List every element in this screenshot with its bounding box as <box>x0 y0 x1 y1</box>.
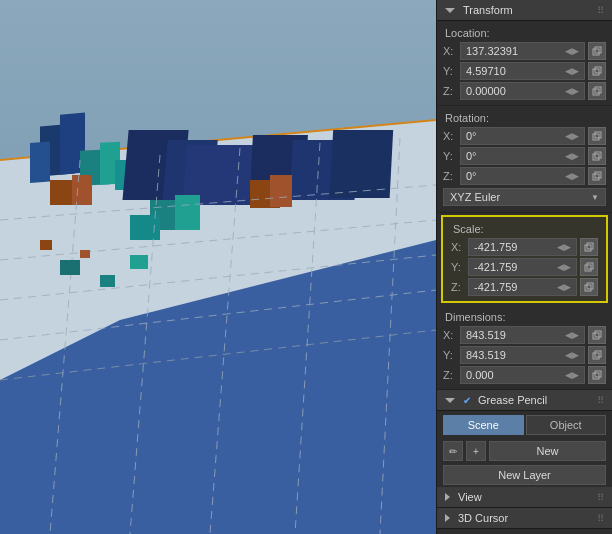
view-grip-icon: ⠿ <box>597 492 604 503</box>
svg-rect-34 <box>100 275 115 287</box>
svg-rect-52 <box>585 265 591 271</box>
location-x-row: X: 137.32391 ◀▶ <box>437 41 612 61</box>
svg-rect-53 <box>587 263 593 269</box>
gp-tabs: Scene Object <box>437 411 612 439</box>
dim-x-axis: X: <box>443 329 457 341</box>
rotation-z-field[interactable]: 0° ◀▶ <box>460 167 585 185</box>
location-x-copy[interactable] <box>588 42 606 60</box>
scale-z-field[interactable]: -421.759 ◀▶ <box>468 278 577 296</box>
gp-checkbox-icon: ✔ <box>463 395 471 406</box>
rotation-label: Rotation: <box>437 110 612 126</box>
field-arrows: ◀▶ <box>565 330 579 340</box>
euler-chevron-icon: ▼ <box>591 193 599 202</box>
location-z-row: Z: 0.00000 ◀▶ <box>437 81 612 101</box>
gp-add-icon[interactable]: + <box>466 441 486 461</box>
location-section: Location: X: 137.32391 ◀▶ Y: 4.59710 ◀▶ … <box>437 21 612 106</box>
field-arrows: ◀▶ <box>557 242 571 252</box>
svg-rect-37 <box>80 250 90 258</box>
scale-y-row: Y: -421.759 ◀▶ <box>445 257 604 277</box>
scale-x-field[interactable]: -421.759 ◀▶ <box>468 238 577 256</box>
dim-z-copy[interactable] <box>588 366 606 384</box>
location-label: Location: <box>437 25 612 41</box>
cursor-title: 3D Cursor <box>458 512 508 524</box>
location-y-copy[interactable] <box>588 62 606 80</box>
rotation-z-copy[interactable] <box>588 167 606 185</box>
dim-x-copy[interactable] <box>588 326 606 344</box>
location-x-field[interactable]: 137.32391 ◀▶ <box>460 42 585 60</box>
svg-rect-38 <box>593 49 599 55</box>
scale-x-copy[interactable] <box>580 238 598 256</box>
rotation-y-copy[interactable] <box>588 147 606 165</box>
field-arrows: ◀▶ <box>565 46 579 56</box>
euler-dropdown[interactable]: XYZ Euler ▼ <box>443 188 606 206</box>
svg-rect-33 <box>60 260 80 275</box>
rotation-x-axis: X: <box>443 130 457 142</box>
svg-rect-11 <box>72 175 92 205</box>
scale-y-axis: Y: <box>451 261 465 273</box>
scale-y-field[interactable]: -421.759 ◀▶ <box>468 258 577 276</box>
dimensions-y-field[interactable]: 843.519 ◀▶ <box>460 346 585 364</box>
svg-rect-54 <box>585 285 591 291</box>
svg-rect-55 <box>587 283 593 289</box>
location-y-row: Y: 4.59710 ◀▶ <box>437 61 612 81</box>
dim-y-copy[interactable] <box>588 346 606 364</box>
rotation-x-copy[interactable] <box>588 127 606 145</box>
rotation-x-row: X: 0° ◀▶ <box>437 126 612 146</box>
location-y-field[interactable]: 4.59710 ◀▶ <box>460 62 585 80</box>
svg-rect-49 <box>595 172 601 178</box>
transform-section-header[interactable]: Transform ⠿ <box>437 0 612 21</box>
svg-rect-40 <box>593 69 599 75</box>
rotation-x-field[interactable]: 0° ◀▶ <box>460 127 585 145</box>
field-arrows: ◀▶ <box>557 262 571 272</box>
svg-rect-51 <box>587 243 593 249</box>
field-arrows: ◀▶ <box>565 131 579 141</box>
field-arrows: ◀▶ <box>557 282 571 292</box>
svg-rect-19 <box>175 195 200 230</box>
svg-rect-56 <box>593 333 599 339</box>
grease-pencil-section-header[interactable]: ✔ Grease Pencil ⠿ <box>437 390 612 411</box>
euler-dropdown-row: XYZ Euler ▼ <box>437 186 612 208</box>
gp-pencil-icon[interactable]: ✏ <box>443 441 463 461</box>
svg-rect-17 <box>330 130 394 198</box>
svg-rect-57 <box>595 331 601 337</box>
cursor-section-header[interactable]: 3D Cursor ⠿ <box>437 508 612 529</box>
rotation-z-row: Z: 0° ◀▶ <box>437 166 612 186</box>
scale-x-row: X: -421.759 ◀▶ <box>445 237 604 257</box>
gp-grip-icon: ⠿ <box>597 395 604 406</box>
dimensions-x-row: X: 843.519 ◀▶ <box>437 325 612 345</box>
svg-rect-50 <box>585 245 591 251</box>
dimensions-x-field[interactable]: 843.519 ◀▶ <box>460 326 585 344</box>
svg-rect-41 <box>595 67 601 73</box>
field-arrows: ◀▶ <box>565 151 579 161</box>
svg-rect-20 <box>130 215 160 240</box>
field-arrows: ◀▶ <box>565 86 579 96</box>
scale-z-copy[interactable] <box>580 278 598 296</box>
gp-new-button[interactable]: New <box>489 441 606 461</box>
grease-pencil-title: Grease Pencil <box>478 394 547 406</box>
scale-y-copy[interactable] <box>580 258 598 276</box>
gp-scene-tab[interactable]: Scene <box>443 415 524 435</box>
gp-object-tab[interactable]: Object <box>526 415 607 435</box>
field-arrows: ◀▶ <box>565 171 579 181</box>
svg-rect-6 <box>30 142 50 183</box>
3d-viewport[interactable] <box>0 0 436 534</box>
location-x-axis: X: <box>443 45 457 57</box>
scale-label: Scale: <box>445 221 604 237</box>
gp-icon-group: ✏ + <box>443 441 486 461</box>
location-z-copy[interactable] <box>588 82 606 100</box>
gp-new-layer-button[interactable]: New Layer <box>443 465 606 485</box>
svg-rect-44 <box>593 134 599 140</box>
rotation-z-axis: Z: <box>443 170 457 182</box>
gp-collapse-icon <box>445 398 455 403</box>
rotation-y-field[interactable]: 0° ◀▶ <box>460 147 585 165</box>
field-arrows: ◀▶ <box>565 370 579 380</box>
transform-grip-icon: ⠿ <box>597 5 604 16</box>
view-expand-icon <box>445 493 450 501</box>
rotation-y-row: Y: 0° ◀▶ <box>437 146 612 166</box>
dim-z-axis: Z: <box>443 369 457 381</box>
cursor-grip-icon: ⠿ <box>597 513 604 524</box>
dimensions-z-field[interactable]: 0.000 ◀▶ <box>460 366 585 384</box>
location-z-field[interactable]: 0.00000 ◀▶ <box>460 82 585 100</box>
view-section-header[interactable]: View ⠿ <box>437 487 612 508</box>
svg-rect-39 <box>595 47 601 53</box>
